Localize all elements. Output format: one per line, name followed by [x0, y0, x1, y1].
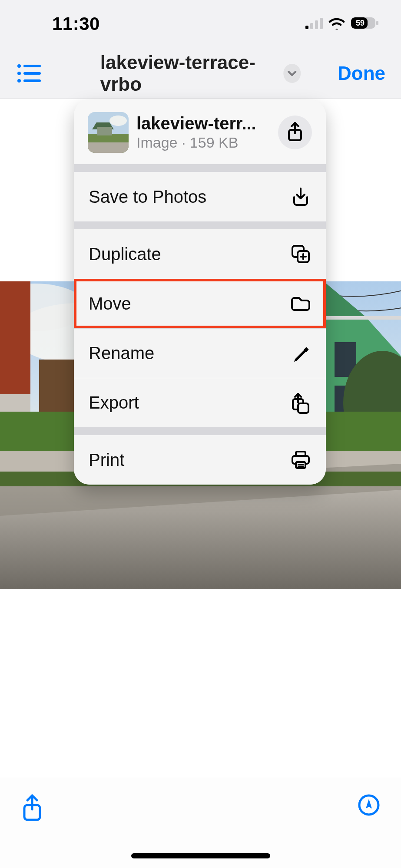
nav-title-button[interactable]: lakeview-terrace-vrbo [100, 52, 301, 95]
folder-icon [290, 294, 311, 314]
menu-item-label: Move [89, 294, 131, 314]
svg-point-39 [109, 116, 127, 126]
menu-print[interactable]: Print [74, 435, 326, 485]
share-button-bottom[interactable] [21, 794, 43, 824]
svg-text:59: 59 [356, 19, 365, 27]
svg-rect-18 [0, 281, 30, 394]
svg-rect-3 [320, 18, 323, 29]
svg-rect-40 [88, 142, 129, 153]
menu-file-name: lakeview-terr... [136, 114, 270, 133]
svg-rect-1 [310, 23, 313, 29]
menu-item-label: Export [89, 393, 139, 413]
svg-rect-11 [23, 72, 41, 75]
menu-item-label: Print [89, 450, 124, 470]
cellular-icon [305, 17, 323, 31]
done-button[interactable]: Done [338, 63, 385, 84]
svg-rect-46 [298, 403, 308, 413]
export-icon [290, 393, 311, 413]
menu-save-to-photos[interactable]: Save to Photos [74, 172, 326, 221]
battery-icon: 59 [351, 16, 379, 32]
file-thumbnail [88, 112, 129, 153]
menu-rename[interactable]: Rename [74, 328, 326, 378]
share-icon [21, 816, 43, 824]
svg-rect-0 [305, 26, 308, 29]
svg-rect-6 [376, 21, 378, 25]
svg-point-10 [17, 72, 21, 75]
share-button[interactable] [278, 116, 312, 149]
markup-icon [358, 810, 380, 818]
printer-icon [290, 449, 311, 470]
menu-file-meta: Image · 159 KB [136, 134, 270, 151]
svg-rect-13 [23, 79, 41, 82]
list-view-button[interactable] [16, 60, 42, 86]
menu-item-label: Save to Photos [89, 187, 206, 207]
menu-export[interactable]: Export [74, 378, 326, 427]
nav-title: lakeview-terrace-vrbo [100, 52, 278, 95]
menu-file-header: lakeview-terr... Image · 159 KB [74, 100, 326, 164]
svg-rect-38 [97, 127, 112, 135]
nav-bar: lakeview-terrace-vrbo Done [0, 48, 401, 99]
download-icon [290, 186, 311, 207]
svg-rect-2 [315, 20, 318, 29]
menu-item-label: Duplicate [89, 244, 161, 264]
chevron-down-icon [284, 64, 301, 83]
menu-duplicate[interactable]: Duplicate [74, 229, 326, 279]
home-indicator[interactable] [131, 853, 270, 858]
wifi-icon [328, 17, 345, 31]
menu-item-label: Rename [89, 343, 154, 363]
svg-point-12 [17, 79, 21, 83]
pencil-icon [290, 343, 311, 364]
status-indicators: 59 [305, 16, 379, 32]
menu-move[interactable]: Move [74, 279, 326, 328]
duplicate-icon [290, 244, 311, 264]
share-icon [286, 121, 304, 144]
status-bar: 11:30 [0, 0, 401, 48]
svg-rect-9 [23, 65, 41, 67]
file-actions-menu: lakeview-terr... Image · 159 KB Save to … [74, 100, 326, 485]
markup-button[interactable] [358, 794, 380, 818]
svg-point-8 [17, 64, 21, 68]
status-time: 11:30 [52, 13, 100, 34]
